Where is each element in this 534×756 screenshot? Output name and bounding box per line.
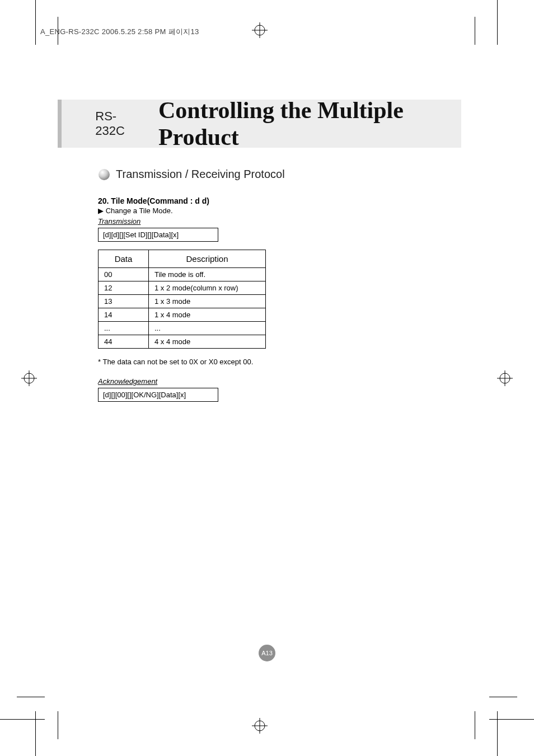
command-title: 20. Tile Mode(Command : d d) xyxy=(98,196,445,205)
svg-point-12 xyxy=(99,169,110,180)
table-cell-desc: Tile mode is off. xyxy=(149,268,266,281)
title-accent-bar xyxy=(58,100,62,148)
table-row: 12 1 x 2 mode(column x row) xyxy=(99,281,266,295)
table-header-row: Data Description xyxy=(99,250,266,268)
table-cell-desc: 1 x 4 mode xyxy=(149,308,266,322)
command-description-text: Change a Tile Mode. xyxy=(106,206,173,215)
page-title: Controlling the Multiple Product xyxy=(158,97,461,151)
tile-mode-table: Data Description 00 Tile mode is off. 12… xyxy=(98,250,266,349)
title-prefix: RS-232C xyxy=(95,109,142,138)
sphere-bullet-icon xyxy=(98,168,110,181)
table-row: 14 1 x 4 mode xyxy=(99,308,266,322)
command-description: ▶ Change a Tile Mode. xyxy=(98,206,445,215)
table-cell-data: 14 xyxy=(99,308,149,322)
registration-mark-right xyxy=(497,370,513,386)
table-cell-data: 00 xyxy=(99,268,149,281)
table-row: ... ... xyxy=(99,322,266,335)
table-cell-data: ... xyxy=(99,322,149,335)
section-heading-row: Transmission / Receiving Protocol xyxy=(98,168,445,181)
transmission-label: Transmission xyxy=(98,217,140,226)
table-row: 00 Tile mode is off. xyxy=(99,268,266,281)
file-header-text: A_ENG-RS-232C 2006.5.25 2:58 PM 페이지13 xyxy=(40,27,199,37)
table-cell-desc: 1 x 3 mode xyxy=(149,295,266,308)
table-cell-data: 13 xyxy=(99,295,149,308)
registration-mark-left xyxy=(21,370,37,386)
triangle-bullet-icon: ▶ xyxy=(98,206,104,215)
section-heading: Transmission / Receiving Protocol xyxy=(116,168,285,181)
table-row: 13 1 x 3 mode xyxy=(99,295,266,308)
table-cell-desc: 1 x 2 mode(column x row) xyxy=(149,281,266,295)
table-header-description: Description xyxy=(149,250,266,268)
content-area: Transmission / Receiving Protocol 20. Ti… xyxy=(98,168,445,410)
table-header-data: Data xyxy=(99,250,149,268)
table-cell-desc: 4 x 4 mode xyxy=(149,335,266,349)
page-number-badge: A13 xyxy=(259,645,275,661)
crop-mark-bottom-left xyxy=(0,678,78,756)
transmission-syntax-box: [d][d][][Set ID][][Data][x] xyxy=(98,228,218,242)
table-footnote: * The data can not be set to 0X or X0 ex… xyxy=(98,358,445,366)
table-cell-data: 44 xyxy=(99,335,149,349)
acknowledgement-label: Acknowledgement xyxy=(98,377,157,386)
crop-mark-bottom-right xyxy=(456,678,534,756)
crop-mark-top-right xyxy=(472,0,534,62)
table-cell-desc: ... xyxy=(149,322,266,335)
table-cell-data: 12 xyxy=(99,281,149,295)
registration-mark-top xyxy=(252,22,268,38)
acknowledgement-syntax-box: [d][][00][][OK/NG][Data][x] xyxy=(98,388,218,402)
table-row: 44 4 x 4 mode xyxy=(99,335,266,349)
registration-mark-bottom xyxy=(252,718,268,734)
title-banner: RS-232C Controlling the Multiple Product xyxy=(58,100,461,148)
